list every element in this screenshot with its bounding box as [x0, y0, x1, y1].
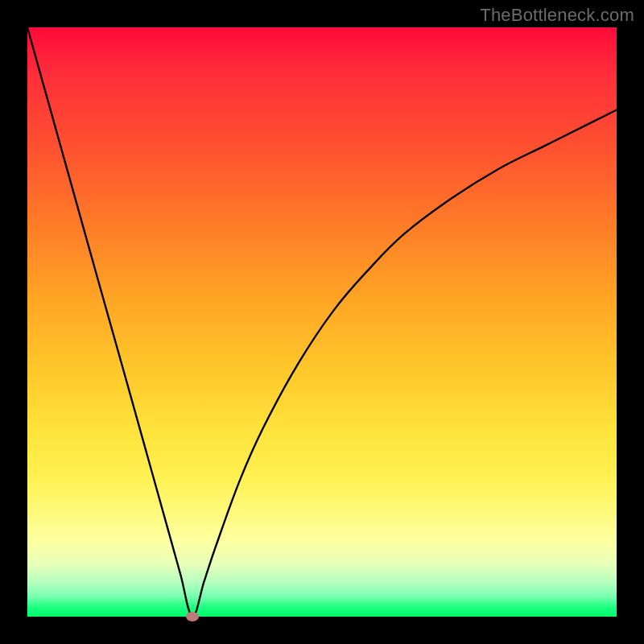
watermark-text: TheBottleneck.com	[480, 5, 634, 26]
curve-svg	[27, 27, 617, 617]
chart-frame: TheBottleneck.com	[0, 0, 644, 644]
minimum-marker	[186, 612, 199, 621]
plot-area	[27, 27, 617, 617]
bottleneck-curve	[27, 27, 617, 617]
